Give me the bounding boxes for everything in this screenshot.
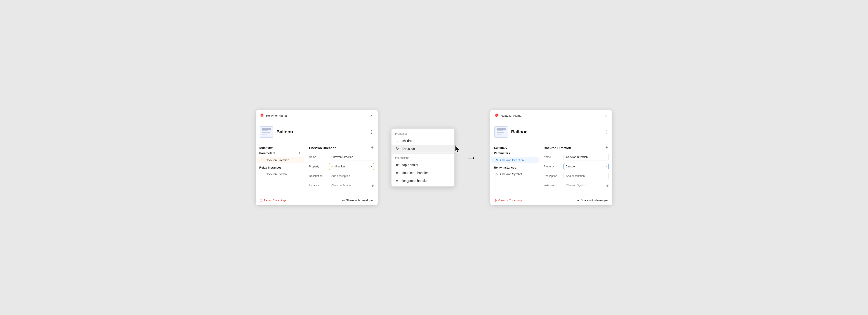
chevron-direction-label-right: Chevron Direction <box>500 159 524 162</box>
panel-footer-left: ⊙ 1 error, 2 warnings ⇢ Share with devel… <box>256 195 378 205</box>
svg-point-2 <box>261 115 263 116</box>
relay-logo-icon-right <box>494 113 499 118</box>
close-button-left[interactable]: × <box>369 113 374 118</box>
cursor-arrow-icon <box>454 144 461 153</box>
popup-children-item[interactable]: ↳ children <box>392 137 454 145</box>
component-name-left: Balloon <box>276 129 366 135</box>
share-button-left[interactable]: ⇢ Share with developer <box>342 199 374 202</box>
svg-point-9 <box>496 115 497 116</box>
trash-button-left[interactable]: 🗑 <box>370 146 374 150</box>
relay-instances-title-left: Relay instances <box>256 166 305 171</box>
property-value-right: Direction <box>565 165 606 168</box>
panel-header-right: Relay for Figma × <box>490 110 612 122</box>
popup-direction-item[interactable]: ↻ Direction <box>392 145 454 152</box>
transition-arrow: → <box>466 151 477 164</box>
trash-button-right[interactable]: 🗑 <box>605 146 609 150</box>
target-icon-right[interactable]: ⊕ <box>606 184 609 187</box>
detail-header-right: Chevron Direction 🗑 <box>544 146 609 150</box>
property-dropdown-right[interactable]: Direction ▾ <box>563 163 609 170</box>
relay-instances-title-right: Relay instances <box>490 166 540 171</box>
info-icon-right: ↻ <box>495 159 498 162</box>
arrow-icon: → <box>466 151 477 164</box>
longpress-icon: ☛ <box>395 178 400 183</box>
name-input-left[interactable] <box>329 154 374 161</box>
component-header-right: Balloon ⋮ <box>490 122 612 142</box>
instance-label-right: Instance <box>544 184 562 187</box>
sidebar-right: Summary Parameters + ↻ Chevron Direction… <box>490 142 540 195</box>
share-icon-right: ⇢ <box>577 199 579 202</box>
instance-label-left: Instance <box>309 184 327 187</box>
error-text-right: 0 errors, 2 warnings <box>498 199 522 202</box>
children-icon: ↳ <box>395 139 400 143</box>
instance-field-row-right: Instance Chevron Symbol ⊕ <box>544 182 609 189</box>
instance-value-right: Chevron Symbol <box>563 182 604 189</box>
doubletap-icon: ☛ <box>395 171 400 175</box>
children-label: children <box>402 139 413 143</box>
chevron-symbol-item-left[interactable]: ◇ Chevron Symbol <box>256 171 304 177</box>
popup-divider <box>392 153 454 154</box>
panel-footer-right: ⊙ 0 errors, 2 warnings ⇢ Share with deve… <box>490 195 612 205</box>
chevron-direction-label-left: Chevron Direction <box>266 159 289 162</box>
add-parameter-button-left[interactable]: + <box>298 151 302 155</box>
property-dropdown-left[interactable]: ⚠ direction ▾ <box>329 163 374 170</box>
left-panel: Relay for Figma × Balloon ⋮ Summary Para… <box>256 110 378 205</box>
error-icon-left: ⊙ <box>260 199 262 202</box>
popup-properties-title: Properties <box>392 131 454 137</box>
component-thumbnail-left <box>260 126 273 138</box>
popup-doubletap-item[interactable]: ☛ doubletap-handler <box>392 169 454 177</box>
name-input-right[interactable] <box>563 154 609 161</box>
instance-value-left: Chevron Symbol <box>329 182 370 189</box>
parameters-title-right: Parameters <box>494 151 510 155</box>
panel-body-right: Summary Parameters + ↻ Chevron Direction… <box>490 142 612 195</box>
description-input-right[interactable] <box>563 173 609 179</box>
svg-rect-12 <box>497 132 504 133</box>
relay-instances-section-right: Relay instances ◇ Chevron Symbol <box>490 166 540 177</box>
summary-title-left: Summary <box>256 146 305 151</box>
error-status-left: ⊙ 1 error, 2 warnings <box>260 199 286 202</box>
chevron-direction-item-right[interactable]: ↻ Chevron Direction <box>491 157 539 163</box>
name-field-row-left: Name <box>309 154 374 161</box>
parameters-section-left: Parameters + <box>256 151 305 157</box>
description-input-left[interactable] <box>329 173 374 179</box>
svg-rect-10 <box>497 129 506 130</box>
detail-panel-left: Chevron Direction 🗑 Name Property ⚠ dire… <box>305 142 378 195</box>
popup-tap-item[interactable]: ☛ tap-handler <box>392 161 454 169</box>
chevron-direction-item-left[interactable]: ⚠ Chevron Direction <box>256 157 304 163</box>
header-left-group: Relay for Figma <box>260 113 287 118</box>
svg-rect-5 <box>262 132 270 133</box>
property-label-left: Property <box>309 165 327 168</box>
property-label-right: Property <box>544 165 562 168</box>
svg-rect-11 <box>497 131 503 131</box>
properties-popup[interactable]: Properties ↳ children ↻ Direction Intera… <box>391 129 455 186</box>
dropdown-warning-content: ⚠ direction <box>331 165 371 168</box>
panel-header-left: Relay for Figma × <box>256 110 378 122</box>
dropdown-warning-icon: ⚠ <box>331 165 333 168</box>
chevron-symbol-label-left: Chevron Symbol <box>266 172 287 176</box>
description-field-row-right: Description <box>544 173 609 179</box>
direction-icon: ↻ <box>395 146 400 151</box>
add-parameter-button-right[interactable]: + <box>532 151 536 155</box>
more-menu-left[interactable]: ⋮ <box>370 130 374 135</box>
target-icon-left[interactable]: ⊕ <box>371 184 374 187</box>
description-label-left: Description <box>309 174 327 178</box>
summary-title-right: Summary <box>490 146 540 151</box>
tap-icon: ☛ <box>395 163 400 167</box>
share-button-right[interactable]: ⇢ Share with developer <box>577 199 608 202</box>
app-title-right: Relay for Figma <box>501 114 522 117</box>
chevron-symbol-item-right[interactable]: ◇ Chevron Symbol <box>491 171 539 177</box>
panel-body-left: Summary Parameters + ⚠ Chevron Direction… <box>256 142 378 195</box>
tap-handler-label: tap-handler <box>402 163 418 167</box>
warning-icon-left: ⚠ <box>260 159 264 162</box>
share-label-right: Share with developer <box>581 199 608 202</box>
description-field-row-left: Description <box>309 173 374 179</box>
svg-rect-4 <box>262 131 268 131</box>
more-menu-right[interactable]: ⋮ <box>604 130 608 135</box>
component-thumbnail-right <box>494 126 508 138</box>
svg-rect-13 <box>497 134 502 135</box>
popup-longpress-item[interactable]: ☛ longpress-handler <box>392 177 454 184</box>
header-right-group: Relay for Figma <box>494 113 522 118</box>
close-button-right[interactable]: × <box>604 113 608 118</box>
name-label-right: Name <box>544 155 562 159</box>
property-value-left: direction <box>335 165 345 168</box>
instance-field-row-left: Instance Chevron Symbol ⊕ <box>309 182 374 189</box>
